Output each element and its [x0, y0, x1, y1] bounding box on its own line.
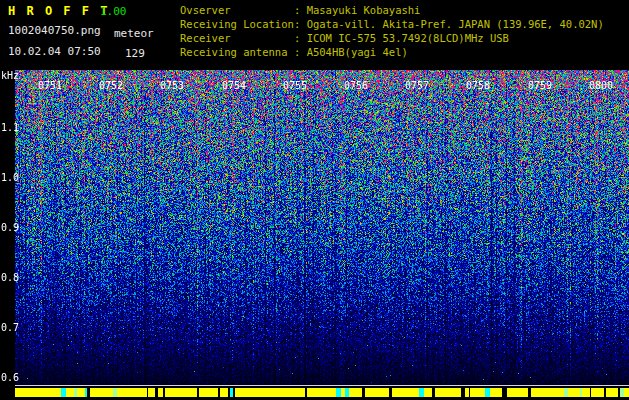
freq-tick: 0.7: [1, 322, 15, 333]
info-value: : ICOM IC-575 53.7492(8LCD)MHz USB: [294, 31, 509, 45]
freq-tick: 0.8: [1, 272, 15, 283]
time-tick: 0753: [155, 80, 189, 91]
info-value: : A504HB(yagi 4el): [294, 45, 408, 59]
info-row-receiver: Receiver : ICOM IC-575 53.7492(8LCD)MHz …: [180, 31, 604, 45]
output-filename: 1002040750.png: [8, 24, 101, 37]
hrofft-output-image: H R O F F T 1.00 1002040750.png meteor 1…: [0, 0, 629, 400]
info-label: Receiver: [180, 31, 294, 45]
info-value: : Masayuki Kobayashi: [294, 3, 420, 17]
echo-count: 129: [125, 47, 145, 60]
freq-unit-label: kHz: [1, 70, 15, 81]
freq-tick: 1.1: [1, 122, 15, 133]
info-row-observer: Ovserver : Masayuki Kobayashi: [180, 3, 604, 17]
info-value: : Ogata-vill. Akita-Pref. JAPAN (139.96E…: [294, 17, 604, 31]
datetime-label: 10.02.04 07:50: [8, 45, 101, 58]
time-tick: 0759: [523, 80, 557, 91]
time-tick: 0755: [278, 80, 312, 91]
time-tick: 0752: [94, 80, 128, 91]
info-row-antenna: Receiving antenna : A504HB(yagi 4el): [180, 45, 604, 59]
time-tick: 0757: [400, 80, 434, 91]
app-title: H R O F F T: [8, 4, 109, 18]
app-version: 1.00: [100, 5, 127, 18]
info-row-location: Receiving Location : Ogata-vill. Akita-P…: [180, 17, 604, 31]
spectrogram-canvas: [15, 70, 629, 400]
mode-label: meteor: [114, 27, 154, 40]
freq-tick: 0.6: [1, 372, 15, 383]
time-tick: 0754: [217, 80, 251, 91]
time-tick: 0751: [33, 80, 67, 91]
info-label: Receiving antenna: [180, 45, 294, 59]
time-tick: 0758: [461, 80, 495, 91]
freq-tick: 0.9: [1, 222, 15, 233]
info-label: Receiving Location: [180, 17, 294, 31]
observer-info: Ovserver : Masayuki Kobayashi Receiving …: [180, 3, 604, 59]
time-tick: 0756: [339, 80, 373, 91]
info-label: Ovserver: [180, 3, 294, 17]
time-tick: 0800: [584, 80, 618, 91]
freq-tick: 1.0: [1, 172, 15, 183]
